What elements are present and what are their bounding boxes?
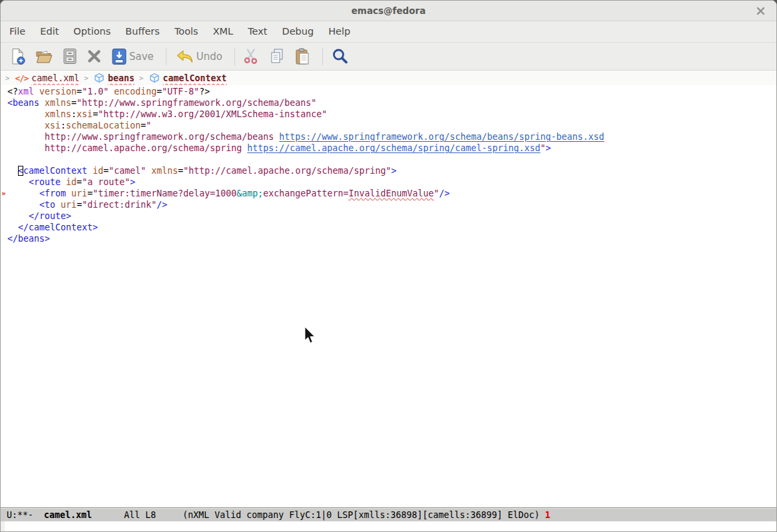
- code-line[interactable]: <to uri="direct:drink"/>: [7, 199, 776, 210]
- search-icon: [331, 47, 349, 65]
- code-line[interactable]: xsi:schemaLocation=": [7, 120, 776, 131]
- dired-button[interactable]: [63, 48, 77, 65]
- code-area[interactable]: <?xml version="1.0" encoding="UTF-8"?><b…: [1, 85, 776, 244]
- code-token: xsi: [45, 121, 61, 131]
- code-token: =: [77, 200, 82, 210]
- menu-tools[interactable]: Tools: [167, 21, 206, 42]
- undo-button-label: Undo: [196, 51, 222, 63]
- code-token: =: [71, 98, 77, 108]
- scissors-icon: [243, 48, 260, 65]
- menu-debug[interactable]: Debug: [274, 21, 321, 42]
- menu-file[interactable]: File: [2, 21, 33, 42]
- cut-button[interactable]: [243, 48, 260, 65]
- menu-xml[interactable]: XML: [206, 21, 241, 42]
- menu-buffers[interactable]: Buffers: [118, 21, 167, 42]
- code-token: ?>: [199, 87, 210, 97]
- code-token: id: [93, 166, 103, 176]
- code-line[interactable]: [7, 154, 776, 165]
- code-line[interactable]: http://camel.apache.org/schema/spring ht…: [7, 142, 776, 154]
- code-token: [34, 87, 39, 97]
- code-line[interactable]: <route id="a route">: [7, 176, 776, 188]
- code-token: </route>: [29, 211, 71, 221]
- window-title: emacs@fedora: [352, 5, 426, 16]
- breadcrumb-item-camel.xml[interactable]: camel.xml: [31, 73, 79, 83]
- breadcrumb-separator-icon: >: [5, 74, 10, 83]
- code-token: xmlns: [151, 166, 178, 176]
- code-token: "http://www.springframework.org/schema/b…: [77, 98, 316, 108]
- code-token: [7, 109, 45, 119]
- code-token: exchangePattern=: [263, 188, 348, 198]
- toolbar-separator: [322, 48, 323, 65]
- menu-options[interactable]: Options: [66, 21, 118, 42]
- code-token: version: [39, 87, 77, 97]
- code-line[interactable]: <beans xmlns="http://www.springframework…: [7, 97, 776, 109]
- breadcrumb-item-beans[interactable]: beans: [108, 73, 134, 83]
- code-token: encoding: [114, 87, 156, 97]
- code-link[interactable]: https://www.springframework.org/schema/b…: [279, 132, 604, 142]
- save-button[interactable]: Save: [111, 48, 154, 65]
- menu-help[interactable]: Help: [321, 21, 358, 42]
- code-token: =: [87, 188, 93, 198]
- copy-button[interactable]: [269, 48, 285, 65]
- code-line[interactable]: xmlns:xsi="http://www.w3.org/2001/XMLSch…: [7, 109, 776, 120]
- error-fringe-marker-icon: »: [1, 188, 6, 198]
- code-line[interactable]: <camelContext id="camel" xmlns="http://c…: [7, 165, 776, 176]
- code-token: =: [77, 87, 82, 97]
- modeline-text: camel.xml: [44, 510, 92, 520]
- modeline-error-count: 1: [545, 510, 551, 520]
- save-icon: [111, 48, 127, 65]
- menu-edit[interactable]: Edit: [33, 21, 66, 42]
- breadcrumb-item-camelContext[interactable]: camelContext: [163, 73, 227, 83]
- code-token: "timer:timerName?delay=1000: [93, 188, 236, 198]
- kill-buffer-button[interactable]: [87, 49, 102, 64]
- paste-button[interactable]: [294, 48, 310, 65]
- code-token: [66, 188, 71, 198]
- code-token: <from: [39, 188, 66, 198]
- code-token: "1.0": [82, 87, 109, 97]
- code-token: [7, 211, 29, 221]
- code-line[interactable]: <?xml version="1.0" encoding="UTF-8"?>: [7, 86, 776, 97]
- code-token: </camelContext>: [18, 222, 98, 232]
- code-line[interactable]: </camelContext>: [7, 222, 776, 233]
- breadcrumb: ></>camel.xml>beans>camelContext: [1, 71, 776, 85]
- code-token: http://camel.apache.org/schema/spring: [45, 143, 247, 153]
- code-token: >: [391, 166, 396, 176]
- close-button[interactable]: [754, 4, 767, 17]
- clipboard-paste-icon: [294, 48, 310, 65]
- code-token: schemaLocation: [66, 121, 140, 131]
- editor-buffer[interactable]: <?xml version="1.0" encoding="UTF-8"?><b…: [1, 85, 776, 507]
- new-file-button[interactable]: [10, 48, 26, 65]
- code-token: "http://www.w3.org/2001/XMLSchema-instan…: [98, 109, 327, 119]
- code-line[interactable]: </route>: [7, 210, 776, 222]
- emacs-window: emacs@fedora FileEditOptionsBuffersTools…: [0, 0, 777, 532]
- close-x-icon: [87, 49, 102, 64]
- code-token: "http://camel.apache.org/schema/spring": [183, 166, 391, 176]
- code-token: &amp;: [236, 188, 263, 198]
- code-token: ": [434, 188, 439, 198]
- code-token: =: [140, 121, 146, 131]
- echo-area[interactable]: [1, 521, 776, 531]
- code-line[interactable]: » <from uri="timer:timerName?delay=1000&…: [7, 188, 776, 199]
- code-link[interactable]: https://camel.apache.org/schema/spring/c…: [247, 143, 540, 153]
- code-token: "direct:drink": [82, 200, 156, 210]
- code-token: [87, 166, 93, 176]
- code-token: [7, 177, 29, 187]
- code-token: >: [130, 177, 135, 187]
- menu-text[interactable]: Text: [240, 21, 274, 42]
- code-line[interactable]: </beans>: [7, 233, 776, 244]
- open-file-button[interactable]: [35, 49, 53, 65]
- code-line[interactable]: http://www.springframework.org/schema/be…: [7, 131, 776, 142]
- toolbar-separator: [166, 48, 166, 65]
- code-token: [61, 177, 66, 187]
- toolbar-separator: [234, 48, 235, 65]
- code-token: ": [146, 121, 151, 131]
- code-token: xsi: [77, 109, 93, 119]
- code-token: <: [18, 166, 23, 176]
- code-token: =: [103, 166, 109, 176]
- code-token: xmlns: [45, 98, 71, 108]
- search-button[interactable]: [331, 47, 349, 65]
- copy-icon: [269, 48, 285, 65]
- undo-button[interactable]: Undo: [174, 49, 222, 65]
- toolbar: Save Undo: [1, 42, 776, 71]
- code-token: "a route": [82, 177, 130, 187]
